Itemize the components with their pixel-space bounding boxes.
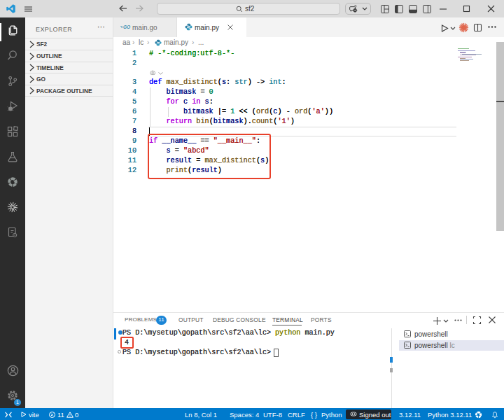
svg-text:GO: GO: [123, 24, 130, 29]
